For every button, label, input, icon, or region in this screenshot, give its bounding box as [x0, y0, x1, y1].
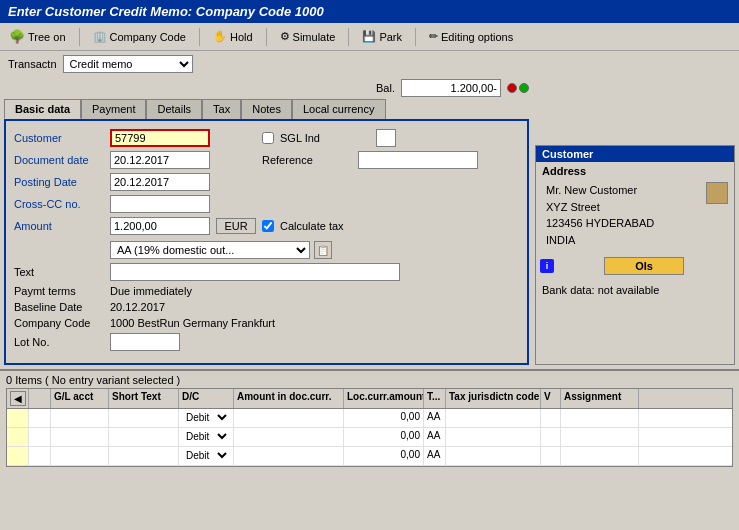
td-v-2 [541, 428, 561, 446]
customer-image[interactable] [706, 182, 728, 204]
park-button[interactable]: 💾 Park [357, 27, 407, 46]
td-gl-1[interactable] [51, 409, 109, 427]
td-st-1[interactable] [109, 409, 179, 427]
paymt-terms-value: Due immediately [110, 285, 192, 297]
td-num-2 [29, 428, 51, 446]
th-assignment: Assignment [561, 389, 639, 408]
text-input[interactable] [110, 263, 400, 281]
td-v-1 [541, 409, 561, 427]
table-row: Debit ▼ 0,00 AA [7, 409, 732, 428]
currency-display: EUR [216, 218, 256, 234]
sgl-ind-input[interactable] [376, 129, 396, 147]
td-tax-1[interactable] [446, 409, 541, 427]
paymt-terms-label: Paymt terms [14, 285, 104, 297]
td-st-3[interactable] [109, 447, 179, 465]
cross-cc-label: Cross-CC no. [14, 198, 104, 210]
tab-local-currency[interactable]: Local currency [292, 99, 386, 119]
sgl-ind-checkbox[interactable] [262, 132, 274, 144]
amount-input[interactable] [110, 217, 210, 235]
th-t: T... [424, 389, 446, 408]
td-dc-select-1[interactable]: Debit ▼ [182, 411, 230, 424]
ois-button[interactable]: OIs [604, 257, 684, 275]
items-table: ◀ G/L acct Short Text D/C Amount in doc.… [6, 388, 733, 467]
tax-dropdown[interactable]: AA (19% domestic out... [110, 241, 310, 259]
simulate-icon: ⚙ [280, 30, 290, 43]
td-dc-select-3[interactable]: Debit ▼ [182, 449, 230, 462]
td-loc-2: 0,00 [344, 428, 424, 446]
td-st-2[interactable] [109, 428, 179, 446]
hold-button[interactable]: ✋ Hold [208, 27, 258, 46]
tree-on-button[interactable]: 🌳 Tree on [4, 26, 71, 47]
company-code-form-row: Company Code 1000 BestRun Germany Frankf… [14, 317, 519, 329]
td-tax-3[interactable] [446, 447, 541, 465]
td-asgn-3[interactable] [561, 447, 639, 465]
bal-value[interactable] [401, 79, 501, 97]
td-s-1 [7, 409, 29, 427]
tax-copy-button[interactable]: 📋 [314, 241, 332, 259]
tab-notes[interactable]: Notes [241, 99, 292, 119]
amount-row: Amount EUR Calculate tax [14, 217, 519, 235]
page-title: Enter Customer Credit Memo: Company Code… [8, 4, 324, 19]
td-amt-1[interactable] [234, 409, 344, 427]
customer-label: Customer [14, 132, 104, 144]
calculate-tax-checkbox[interactable] [262, 220, 274, 232]
editing-options-button[interactable]: ✏ Editing options [424, 27, 518, 46]
document-date-row: Document date Reference [14, 151, 519, 169]
document-date-input[interactable] [110, 151, 210, 169]
posting-date-label: Posting Date [14, 176, 104, 188]
hold-icon: ✋ [213, 30, 227, 43]
tab-basic-data[interactable]: Basic data [4, 99, 81, 119]
th-tax: Tax jurisdictn code [446, 389, 541, 408]
td-dc-2[interactable]: Debit ▼ [179, 428, 234, 446]
cross-cc-input[interactable] [110, 195, 210, 213]
td-s-3 [7, 447, 29, 465]
td-amt-2[interactable] [234, 428, 344, 446]
items-section: 0 Items ( No entry variant selected ) ◀ … [0, 369, 739, 470]
sgl-ind-label: SGL Ind [280, 132, 370, 144]
customer-img-area: Mr. New Customer XYZ Street 123456 HYDER… [536, 180, 734, 250]
page-nav-btn[interactable]: ◀ [10, 391, 26, 406]
table-header-row: ◀ G/L acct Short Text D/C Amount in doc.… [7, 389, 732, 409]
posting-date-input[interactable] [110, 173, 210, 191]
editing-options-label: Editing options [441, 31, 513, 43]
reference-input[interactable] [358, 151, 478, 169]
reference-label: Reference [262, 154, 352, 166]
td-gl-2[interactable] [51, 428, 109, 446]
park-icon: 💾 [362, 30, 376, 43]
company-code-button[interactable]: 🏢 Company Code [88, 27, 191, 46]
td-dc-1[interactable]: Debit ▼ [179, 409, 234, 427]
td-gl-3[interactable] [51, 447, 109, 465]
td-tax-2[interactable] [446, 428, 541, 446]
tabs: Basic data Payment Details Tax Notes [4, 99, 529, 119]
bal-spacer [535, 99, 735, 121]
transactn-select[interactable]: Credit memo [63, 55, 193, 73]
customer-street: XYZ Street [546, 199, 724, 216]
info-icon: i [540, 259, 554, 273]
customer-address-title: Address [536, 162, 734, 180]
td-t-1: AA [424, 409, 446, 427]
right-panel: Customer Address Mr. New Customer XYZ St… [535, 99, 735, 365]
tab-tax[interactable]: Tax [202, 99, 241, 119]
td-dc-3[interactable]: Debit ▼ [179, 447, 234, 465]
td-s-2 [7, 428, 29, 446]
customer-input[interactable] [110, 129, 210, 147]
company-icon: 🏢 [93, 30, 107, 43]
lot-no-row: Lot No. [14, 333, 519, 351]
td-amt-3[interactable] [234, 447, 344, 465]
lot-no-input[interactable] [110, 333, 180, 351]
park-label: Park [379, 31, 402, 43]
sep-4 [348, 28, 349, 46]
paymt-terms-row: Paymt terms Due immediately [14, 285, 519, 297]
td-asgn-2[interactable] [561, 428, 639, 446]
company-code-form-label: Company Code [14, 317, 104, 329]
sep-2 [199, 28, 200, 46]
tab-spacer [535, 121, 735, 145]
td-asgn-1[interactable] [561, 409, 639, 427]
items-count: 0 Items ( No entry variant selected ) [6, 374, 180, 386]
th-short-text: Short Text [109, 389, 179, 408]
td-dc-select-2[interactable]: Debit ▼ [182, 430, 230, 443]
simulate-button[interactable]: ⚙ Simulate [275, 27, 341, 46]
tab-payment[interactable]: Payment [81, 99, 146, 119]
tab-details[interactable]: Details [146, 99, 202, 119]
company-code-form-value: 1000 BestRun Germany Frankfurt [110, 317, 275, 329]
